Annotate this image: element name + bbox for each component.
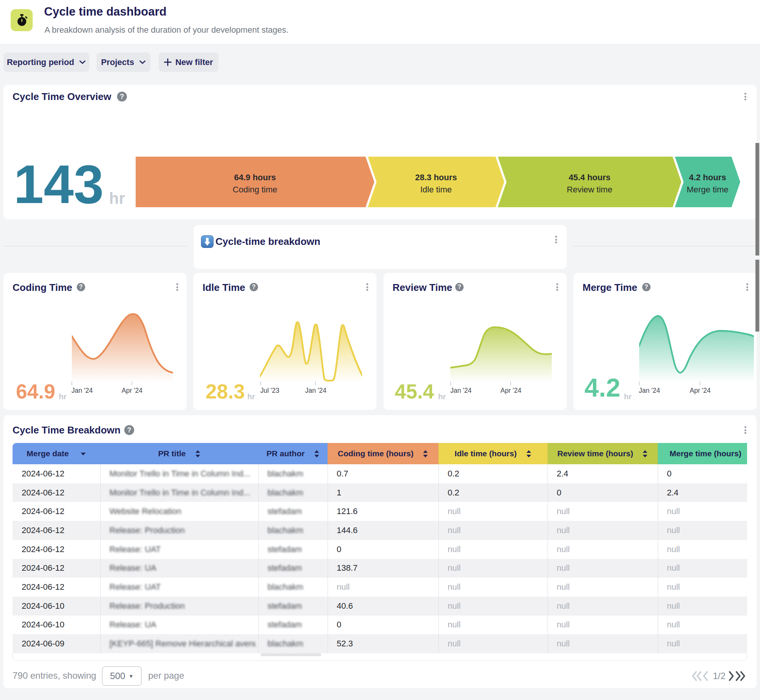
svg-text:1/2: 1/2 xyxy=(713,671,725,681)
